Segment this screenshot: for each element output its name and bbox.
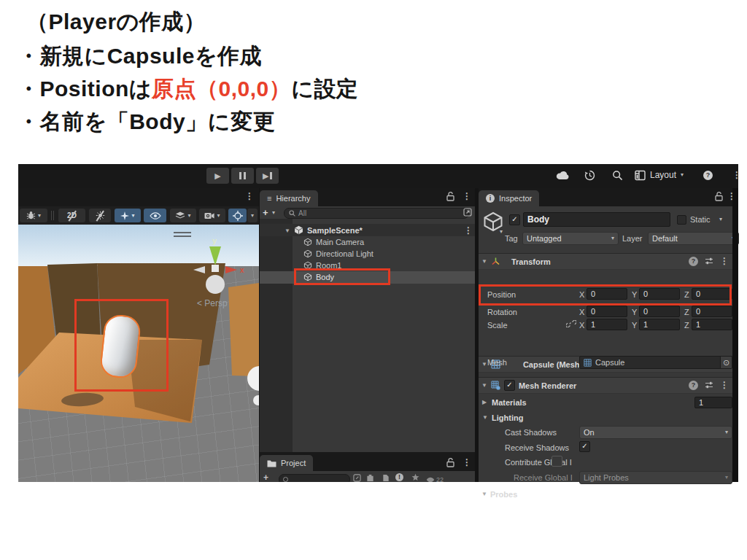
foldout-icon[interactable]: ▼ xyxy=(481,258,487,265)
scene-layers-button[interactable]: ▾ xyxy=(170,209,196,222)
scene-visibility-toggle[interactable] xyxy=(144,209,166,222)
pause-button[interactable] xyxy=(231,168,254,184)
debug-mode-button[interactable]: ▾ xyxy=(20,209,47,222)
active-checkbox[interactable]: ✓ xyxy=(509,214,520,225)
slide-bullet-1: ・新規にCapsuleを作成 xyxy=(18,42,262,71)
cast-shadows-dropdown[interactable]: On▾ xyxy=(579,426,732,439)
star-icon[interactable] xyxy=(411,473,419,481)
add-object-caret-icon[interactable]: ▾ xyxy=(272,210,275,216)
link-icon[interactable] xyxy=(566,320,576,327)
layer-label: Layer xyxy=(622,233,643,244)
contribute-gi-checkbox[interactable] xyxy=(551,456,562,467)
cloud-icon[interactable] xyxy=(556,171,569,180)
hierarchy-toolbar: + ▾ All xyxy=(260,206,475,219)
add-asset-button[interactable]: + xyxy=(263,472,268,482)
presets-icon[interactable] xyxy=(705,381,713,389)
layer-dropdown[interactable]: Default▾ xyxy=(648,232,739,245)
tab-inspector[interactable]: i Inspector xyxy=(479,190,539,206)
help-icon[interactable]: ? xyxy=(703,171,713,180)
transform-icon xyxy=(491,257,500,266)
cube-icon xyxy=(303,238,312,246)
bullet2-post: に設定 xyxy=(291,77,358,101)
hierarchy-item-main-camera[interactable]: Main Camera xyxy=(303,236,364,248)
foldout-icon[interactable]: ▼ xyxy=(481,382,487,389)
lighting-foldout-icon[interactable]: ▼ xyxy=(482,414,488,421)
receive-gi-label: Receive Global I xyxy=(514,472,573,483)
scene-toolbar: ▾ 2D ▾ ▾ ▾ xyxy=(18,206,259,225)
hierarchy-kebab-icon[interactable]: ⋮ xyxy=(462,191,471,201)
materials-count-field[interactable]: 1 xyxy=(694,397,732,408)
foldout-icon[interactable]: ▼ xyxy=(481,361,487,368)
static-caret-icon[interactable]: ▾ xyxy=(719,217,722,222)
mesh-renderer-title: Mesh Renderer xyxy=(519,380,576,392)
bullet2-highlight: 原点（0,0,0） xyxy=(152,77,291,101)
scale-z-field[interactable]: 1 xyxy=(692,319,732,330)
search-icon[interactable] xyxy=(612,170,623,181)
document-icon[interactable] xyxy=(382,474,390,482)
history-icon[interactable] xyxy=(584,170,595,181)
mesh-object-field[interactable]: Capsule xyxy=(579,356,728,369)
help-icon[interactable]: ? xyxy=(689,257,698,266)
presets-icon[interactable] xyxy=(705,257,713,265)
mesh-renderer-icon xyxy=(491,381,500,390)
hierarchy-item-directional-light[interactable]: Directional Light xyxy=(303,248,374,260)
scene-orientation-gizmo[interactable]: y x xyxy=(187,236,249,296)
info-icon[interactable]: ! xyxy=(395,473,403,481)
scene-row-kebab-icon[interactable]: ⋮ xyxy=(464,225,473,236)
chevron-down-icon: ▾ xyxy=(681,172,684,178)
tag-dropdown[interactable]: Untagged▾ xyxy=(522,232,619,245)
lock-icon[interactable] xyxy=(715,192,723,201)
rotation-z-field[interactable]: 0 xyxy=(692,306,732,317)
project-search-input[interactable] xyxy=(279,474,350,482)
component-enabled-checkbox[interactable]: ✓ xyxy=(504,380,515,391)
transform-header[interactable]: ▼ Transform ?⋮ xyxy=(479,253,732,270)
kebab-icon[interactable]: ⋮ xyxy=(720,380,729,390)
probes-foldout-icon[interactable]: ▼ xyxy=(481,491,487,497)
layout-dropdown[interactable]: Layout ▾ xyxy=(635,169,684,181)
gameobject-caret-icon[interactable]: ▾ xyxy=(500,229,503,235)
materials-foldout-icon[interactable]: ▶ xyxy=(482,399,487,405)
object-picker-icon[interactable]: ⊙ xyxy=(720,356,732,369)
tab-project[interactable]: Project xyxy=(260,455,313,471)
receive-shadows-label: Receive Shadows xyxy=(505,442,569,454)
scene-row[interactable]: ▼ SampleScene* ⋮ xyxy=(260,224,475,236)
foldout-icon[interactable]: ▼ xyxy=(285,228,290,234)
scene-lighting-toggle[interactable] xyxy=(89,209,111,222)
lock-icon[interactable] xyxy=(446,192,454,201)
scene-kebab-icon[interactable]: ⋮ xyxy=(245,191,254,201)
scene-effects-toggle[interactable]: ▾ xyxy=(115,209,141,222)
open-in-window-icon[interactable] xyxy=(353,474,361,482)
scale-y-field[interactable]: 1 xyxy=(639,319,680,330)
mesh-renderer-header[interactable]: ▼ ✓ Mesh Renderer ?⋮ xyxy=(479,377,732,394)
rotation-y-field[interactable]: 0 xyxy=(639,306,680,317)
lock-icon[interactable] xyxy=(446,458,454,467)
perspective-label[interactable]: < Persp xyxy=(197,298,228,309)
help-icon[interactable]: ? xyxy=(689,381,698,390)
static-checkbox[interactable] xyxy=(677,215,686,225)
add-object-button[interactable]: + xyxy=(263,207,268,218)
tag-label: Tag xyxy=(505,233,518,244)
scene-camera-button[interactable]: ▾ xyxy=(199,209,225,222)
scene-gizmos-toggle[interactable] xyxy=(228,209,247,222)
open-in-window-icon[interactable] xyxy=(463,208,472,217)
gizmos-dropdown[interactable]: ▾ xyxy=(247,209,258,222)
name-field[interactable]: Body xyxy=(523,212,670,227)
cast-shadows-label: Cast Shadows xyxy=(505,427,557,438)
hierarchy-search-input[interactable]: All xyxy=(284,208,469,219)
package-icon[interactable] xyxy=(366,474,374,482)
toolbar-kebab-icon[interactable]: ⋮ xyxy=(732,170,741,180)
axis-y-label: y xyxy=(212,236,217,245)
project-kebab-icon[interactable]: ⋮ xyxy=(462,457,471,467)
hidden-count-badge[interactable]: 22 xyxy=(426,474,444,482)
tab-hierarchy[interactable]: ≡ Hierarchy xyxy=(260,190,318,206)
chevron-down-icon: ▾ xyxy=(38,213,41,219)
play-button[interactable]: ▶ xyxy=(206,168,229,184)
scene-viewport[interactable]: y x < Persp xyxy=(18,225,259,482)
receive-shadows-checkbox[interactable]: ✓ xyxy=(579,441,590,452)
step-button[interactable]: ▶ xyxy=(256,168,279,184)
kebab-icon[interactable]: ⋮ xyxy=(720,256,729,266)
scale-x-field[interactable]: 1 xyxy=(587,319,627,330)
2d-toggle-button[interactable]: 2D xyxy=(58,209,85,222)
slide-heading: （Playerの作成） xyxy=(26,7,206,37)
rotation-x-field[interactable]: 0 xyxy=(587,306,627,317)
